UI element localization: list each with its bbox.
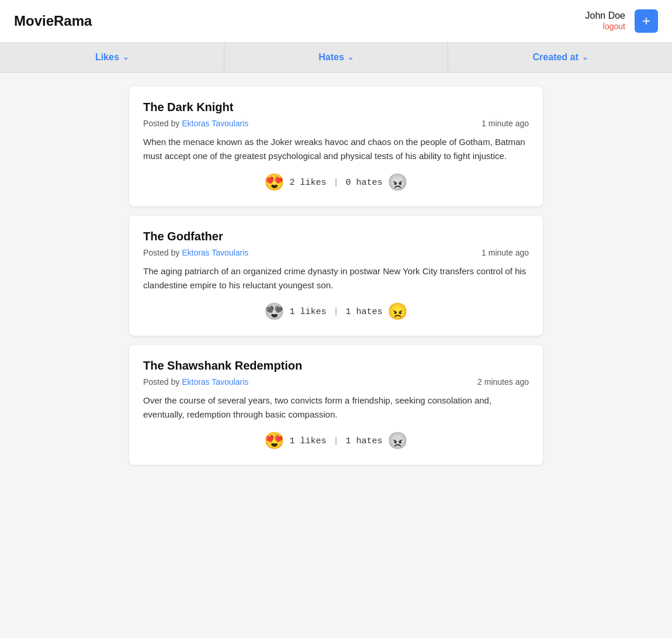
movie-card: The Dark Knight Posted by Ektoras Tavoul… bbox=[129, 87, 543, 206]
author-link[interactable]: Ektoras Tavoularis bbox=[182, 377, 248, 387]
time-ago: 1 minute ago bbox=[482, 119, 529, 128]
likes-count: 1 likes bbox=[289, 307, 326, 317]
hate-emoji[interactable]: 😠 bbox=[387, 431, 408, 451]
sort-hates-chevron: ⌄ bbox=[348, 53, 354, 61]
movie-meta: Posted by Ektoras Tavoularis 2 minutes a… bbox=[143, 377, 529, 387]
movie-card: The Godfather Posted by Ektoras Tavoular… bbox=[129, 216, 543, 336]
logout-link[interactable]: logout bbox=[603, 22, 625, 31]
likes-count: 2 likes bbox=[289, 178, 326, 188]
author-link[interactable]: Ektoras Tavoularis bbox=[182, 248, 248, 257]
sort-likes-label: Likes bbox=[95, 52, 119, 63]
author-link[interactable]: Ektoras Tavoularis bbox=[182, 119, 248, 128]
movie-title: The Dark Knight bbox=[143, 101, 529, 114]
app-logo: MovieRama bbox=[14, 13, 92, 29]
sort-likes[interactable]: Likes ⌄ bbox=[0, 43, 224, 72]
movies-list: The Dark Knight Posted by Ektoras Tavoul… bbox=[120, 87, 552, 465]
sort-bar: Likes ⌄ Hates ⌄ Created at ⌄ bbox=[0, 43, 672, 73]
hate-emoji[interactable]: 😠 bbox=[387, 302, 408, 322]
movie-title: The Shawshank Redemption bbox=[143, 359, 529, 373]
time-ago: 2 minutes ago bbox=[477, 377, 529, 387]
posted-by: Posted by Ektoras Tavoularis bbox=[143, 119, 248, 128]
sort-hates-label: Hates bbox=[318, 52, 344, 63]
movie-description: The aging patriarch of an organized crim… bbox=[143, 264, 529, 292]
like-emoji[interactable]: 😍 bbox=[264, 431, 285, 451]
like-emoji[interactable]: 😍 bbox=[264, 173, 285, 192]
movie-meta: Posted by Ektoras Tavoularis 1 minute ag… bbox=[143, 248, 529, 257]
add-movie-button[interactable]: + bbox=[635, 9, 658, 33]
page-header: MovieRama John Doe logout + bbox=[0, 0, 672, 43]
header-right: John Doe logout + bbox=[586, 9, 659, 33]
time-ago: 1 minute ago bbox=[482, 248, 529, 257]
hates-count: 1 hates bbox=[346, 436, 383, 446]
movie-description: Over the course of several years, two co… bbox=[143, 394, 529, 422]
movie-title: The Godfather bbox=[143, 230, 529, 243]
likes-count: 1 likes bbox=[289, 436, 326, 446]
sort-created-at[interactable]: Created at ⌄ bbox=[448, 43, 672, 72]
movie-reactions: 😍 1 likes | 1 hates 😠 bbox=[143, 302, 529, 322]
movie-card: The Shawshank Redemption Posted by Ektor… bbox=[129, 345, 543, 465]
user-name: John Doe bbox=[586, 11, 626, 21]
hate-emoji[interactable]: 😠 bbox=[387, 173, 408, 192]
movie-description: When the menace known as the Joker wreak… bbox=[143, 135, 529, 163]
movie-reactions: 😍 1 likes | 1 hates 😠 bbox=[143, 431, 529, 451]
hates-count: 1 hates bbox=[346, 307, 383, 317]
like-emoji[interactable]: 😍 bbox=[264, 302, 285, 322]
sort-likes-chevron: ⌄ bbox=[123, 53, 129, 61]
hates-count: 0 hates bbox=[346, 178, 383, 188]
reaction-separator: | bbox=[333, 178, 338, 188]
sort-created-at-label: Created at bbox=[533, 52, 579, 63]
reaction-separator: | bbox=[333, 436, 338, 446]
movie-reactions: 😍 2 likes | 0 hates 😠 bbox=[143, 173, 529, 192]
sort-hates[interactable]: Hates ⌄ bbox=[224, 43, 449, 72]
posted-by: Posted by Ektoras Tavoularis bbox=[143, 377, 248, 387]
movie-meta: Posted by Ektoras Tavoularis 1 minute ag… bbox=[143, 119, 529, 128]
sort-created-at-chevron: ⌄ bbox=[582, 53, 588, 61]
user-info: John Doe logout bbox=[586, 11, 626, 32]
posted-by: Posted by Ektoras Tavoularis bbox=[143, 248, 248, 257]
reaction-separator: | bbox=[333, 307, 338, 317]
